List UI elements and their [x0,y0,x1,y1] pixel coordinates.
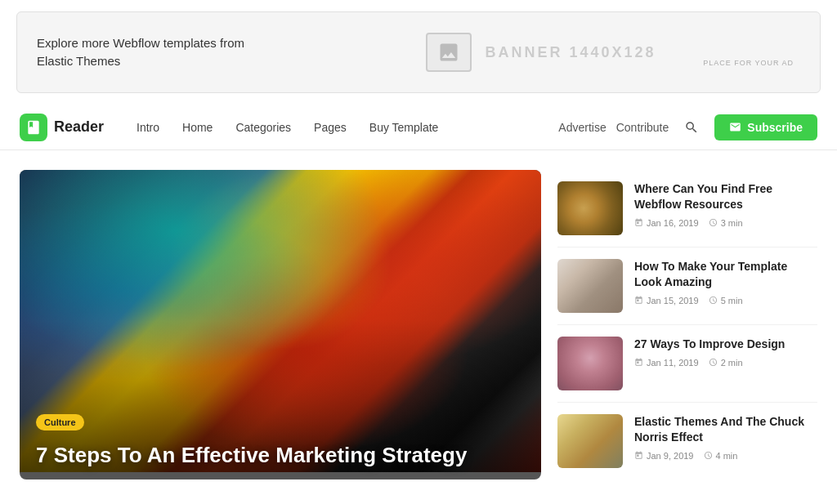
nav-link-intro[interactable]: Intro [127,114,169,140]
article-title: 27 Ways To Improve Design [634,337,817,352]
hero-title: 7 Steps To An Effective Marketing Strate… [36,442,525,469]
clock-icon [709,218,718,227]
banner: Explore more Webflow templates from Elas… [16,11,821,93]
nav-right: Advertise Contribute Subscribe [558,114,817,140]
banner-ad-note: PLACE FOR YOUR AD [703,59,794,67]
article-date: Jan 9, 2019 [634,451,694,461]
email-icon [729,121,741,133]
search-icon [684,120,699,135]
article-read-time: 3 min [709,218,743,228]
nav-link-buy-template[interactable]: Buy Template [360,114,449,140]
list-item[interactable]: Elastic Themes And The Chuck Norris Effe… [557,403,817,479]
book-icon [25,119,42,136]
nav-advertise[interactable]: Advertise [558,121,606,134]
article-thumbnail [557,181,623,235]
article-meta: Jan 9, 2019 4 min [634,451,817,461]
article-read-time: 2 min [709,358,743,368]
hero-badge: Culture [36,414,84,430]
clock-icon [709,358,718,367]
search-button[interactable] [678,114,705,140]
article-read-time: 4 min [704,451,738,461]
list-item[interactable]: How To Make Your Template Look Amazing J… [557,248,817,325]
article-title: Where Can You Find Free Webflow Resource… [634,181,817,212]
nav-contribute[interactable]: Contribute [616,121,669,134]
image-icon [437,41,460,64]
nav-link-categories[interactable]: Categories [226,114,301,140]
article-read-time: 5 min [709,296,743,306]
main-content: Culture 7 Steps To An Effective Marketin… [0,150,837,479]
banner-image-icon [426,33,472,72]
article-date: Jan 15, 2019 [634,296,699,306]
banner-right: BANNER 1440X128 PLACE FOR YOUR AD [282,33,800,72]
calendar-icon [634,218,643,227]
banner-placeholder: BANNER 1440X128 [426,33,656,72]
banner-text: Explore more Webflow templates from Elas… [37,34,282,71]
calendar-icon [634,451,643,460]
subscribe-label: Subscribe [747,121,803,134]
list-item[interactable]: Where Can You Find Free Webflow Resource… [557,170,817,248]
calendar-icon [634,358,643,367]
nav-link-home[interactable]: Home [172,114,222,140]
calendar-icon [634,296,643,305]
logo-icon [20,114,47,141]
article-title: How To Make Your Template Look Amazing [634,259,817,290]
article-title: Elastic Themes And The Chuck Norris Effe… [634,414,817,445]
subscribe-button[interactable]: Subscribe [714,114,817,140]
clock-icon [709,296,718,305]
article-info: Elastic Themes And The Chuck Norris Effe… [634,414,817,461]
nav-logo[interactable]: Reader [20,114,104,141]
article-info: 27 Ways To Improve Design Jan 11, 2019 2… [634,337,817,368]
article-date: Jan 16, 2019 [634,218,699,228]
hero-overlay [20,170,541,472]
clock-icon [704,451,713,460]
article-thumbnail [557,337,623,390]
logo-text: Reader [54,118,104,136]
hero-image [20,170,541,472]
nav-links: Intro Home Categories Pages Buy Template [127,114,558,140]
list-item[interactable]: 27 Ways To Improve Design Jan 11, 2019 2… [557,325,817,403]
article-info: Where Can You Find Free Webflow Resource… [634,181,817,228]
article-info: How To Make Your Template Look Amazing J… [634,259,817,306]
hero-section[interactable]: Culture 7 Steps To An Effective Marketin… [20,170,541,479]
navbar: Reader Intro Home Categories Pages Buy T… [0,105,837,150]
article-thumbnail [557,259,623,313]
sidebar-articles: Where Can You Find Free Webflow Resource… [541,170,817,479]
nav-link-pages[interactable]: Pages [304,114,356,140]
banner-label: BANNER 1440X128 [485,44,656,61]
article-thumbnail [557,414,623,468]
article-meta: Jan 15, 2019 5 min [634,296,817,306]
article-meta: Jan 16, 2019 3 min [634,218,817,228]
article-meta: Jan 11, 2019 2 min [634,358,817,368]
article-date: Jan 11, 2019 [634,358,699,368]
